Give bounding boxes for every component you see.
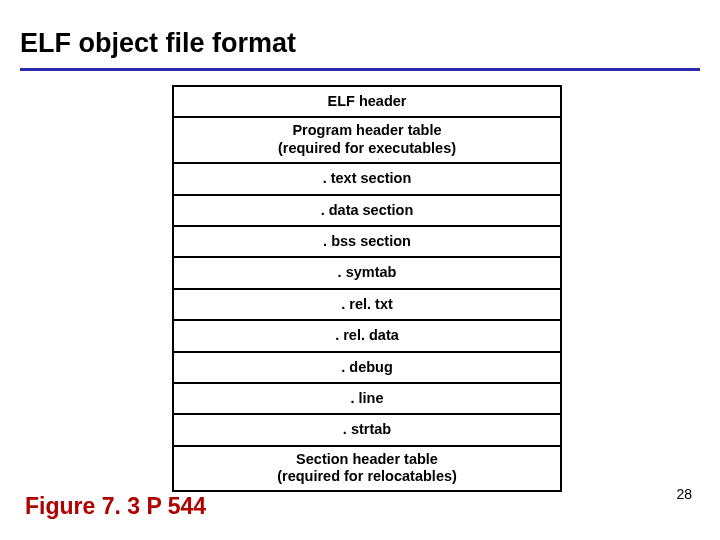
elf-section: Program header table(required for execut… [174,118,560,164]
elf-section: . debug [174,353,560,384]
elf-section: Section header table(required for reloca… [174,447,560,491]
elf-section: ELF header [174,87,560,118]
elf-section: . text section [174,164,560,195]
title-underline [20,68,700,71]
elf-section: . rel. data [174,321,560,352]
elf-section: . data section [174,196,560,227]
slide-title: ELF object file format [20,28,296,59]
elf-section: . strtab [174,415,560,446]
elf-section: . line [174,384,560,415]
page-number: 28 [676,486,692,502]
elf-format-table: ELF header Program header table(required… [172,85,562,492]
elf-section: . symtab [174,258,560,289]
elf-section: . rel. txt [174,290,560,321]
elf-section: . bss section [174,227,560,258]
figure-caption: Figure 7. 3 P 544 [25,493,206,520]
